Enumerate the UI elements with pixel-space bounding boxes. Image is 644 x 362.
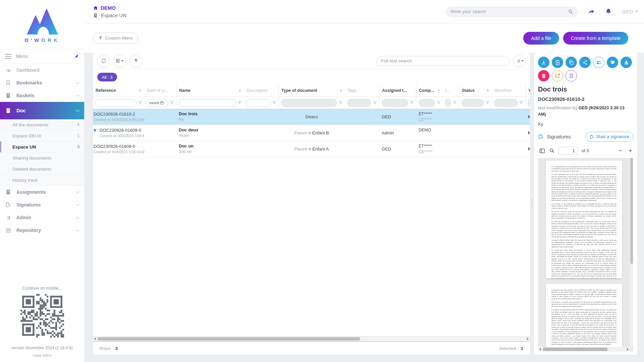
favorite-button[interactable] (607, 57, 618, 68)
global-search-input[interactable] (450, 9, 568, 14)
funnel-icon[interactable] (410, 101, 414, 105)
pdf-vertical-scrollbar[interactable] (630, 158, 633, 347)
scroll-left-icon[interactable] (94, 338, 96, 340)
scroll-left-icon[interactable] (539, 348, 541, 351)
funnel-icon[interactable] (486, 101, 489, 105)
refresh-button[interactable] (97, 55, 110, 67)
scroll-right-icon[interactable] (527, 338, 529, 340)
funnel-icon[interactable] (170, 101, 174, 105)
funnel-icon[interactable] (272, 101, 276, 105)
filter-type-select[interactable] (281, 99, 337, 107)
funnel-icon[interactable] (437, 101, 440, 105)
filter-company-select[interactable] (419, 99, 435, 107)
column-header-type[interactable]: Type of document (278, 84, 345, 97)
create-template-button[interactable]: Create from a template (563, 32, 628, 45)
search-icon[interactable] (568, 9, 573, 14)
sidebar-item-admin[interactable]: Admin (0, 211, 84, 224)
add-file-button[interactable]: Add a file (523, 32, 559, 45)
column-header-reference[interactable]: Reference (93, 84, 144, 97)
pdf-sidebar-toggle-icon[interactable] (539, 148, 545, 154)
fulltext-search-input[interactable] (381, 58, 504, 63)
table-row[interactable]: w DOC230926-01609-0 Created on 9/26/2023… (93, 125, 530, 141)
filter-reference-input[interactable] (95, 99, 137, 107)
share-button[interactable] (579, 57, 591, 68)
pin-sidebar-icon[interactable] (74, 54, 79, 59)
column-header-company[interactable]: Comp... (416, 84, 443, 97)
column-header-workflow[interactable]: Workflow (492, 84, 525, 97)
zoom-out-button[interactable]: − (619, 147, 622, 154)
menu-toggle[interactable]: Menu (0, 49, 84, 64)
chevron-right-icon[interactable] (340, 89, 342, 92)
panel-resize-handle[interactable] (530, 53, 534, 355)
column-header-status[interactable]: Status (459, 84, 492, 97)
sidebar-item-doc[interactable]: Doc (0, 102, 84, 119)
assign-users-button[interactable] (593, 57, 604, 68)
column-header-description[interactable]: Description (244, 84, 278, 97)
funnel-icon[interactable] (339, 101, 342, 105)
pdf-page-input[interactable] (558, 147, 578, 155)
download-button[interactable] (538, 57, 549, 68)
filter-name-input[interactable] (179, 99, 236, 107)
sidebar-item-signatures[interactable]: Signatures (0, 198, 84, 211)
sidebar-subitem-espace-deux[interactable]: Espace DEUX 1 (0, 130, 84, 141)
sidebar-subitem-history-track[interactable]: History track (0, 175, 84, 186)
column-header-assigned[interactable]: Assigned t... (379, 84, 416, 97)
chevron-right-icon[interactable] (438, 89, 440, 92)
filter-y-select[interactable] (528, 99, 530, 107)
custom-filters-button[interactable]: Custom filters (93, 33, 138, 44)
scrollbar-thumb[interactable] (630, 158, 633, 264)
filter-date-input[interactable]: mm/d (147, 99, 168, 107)
chevron-right-icon[interactable] (487, 89, 489, 92)
sidebar-subitem-all-documents[interactable]: All the documents 4 (0, 119, 84, 130)
filter-status-select[interactable] (462, 99, 484, 107)
funnel-icon[interactable] (519, 101, 523, 105)
filter-button[interactable] (129, 55, 142, 67)
chevron-right-icon[interactable] (140, 89, 142, 92)
stamp-button[interactable] (621, 57, 632, 68)
pdf-search-icon[interactable] (549, 148, 555, 154)
filter-workflow-select[interactable] (494, 99, 518, 107)
scrollbar-thumb[interactable] (98, 337, 360, 341)
user-menu[interactable]: GED (622, 9, 638, 14)
table-settings-button[interactable] (514, 55, 526, 67)
chevron-right-icon[interactable] (239, 89, 241, 92)
delete-button[interactable] (538, 70, 549, 81)
sidebar-item-assignments[interactable]: Assignments (0, 186, 84, 198)
tab-all[interactable]: All : 3 (97, 73, 117, 81)
sidebar-subitem-deleted-documents[interactable]: Deleted documents (0, 164, 84, 175)
open-external-button[interactable] (552, 70, 563, 81)
sidebar-subitem-sharing-documents[interactable]: Sharing documents (0, 153, 84, 164)
columns-button[interactable] (113, 55, 126, 67)
sidebar-subitem-espace-un[interactable]: Espace UN 3 (0, 141, 84, 153)
share-forward-icon[interactable] (588, 8, 595, 15)
filter-tags-select[interactable] (347, 99, 371, 107)
funnel-icon[interactable] (373, 101, 377, 105)
table-row[interactable]: DOC230926-01610-2 Created on 9/26/2023 3… (93, 109, 530, 125)
filter-description-input[interactable] (246, 99, 271, 107)
legal-notice-link[interactable]: Legal notice (33, 353, 52, 357)
column-header-i[interactable]: I... (443, 84, 459, 97)
table-horizontal-scrollbar[interactable] (93, 336, 530, 342)
pdf-horizontal-scrollbar[interactable] (538, 347, 630, 352)
column-header-name[interactable]: Name (176, 84, 244, 97)
column-header-y[interactable]: Y... (525, 84, 530, 97)
funnel-icon[interactable] (138, 101, 142, 105)
filter-assigned-select[interactable] (382, 99, 408, 107)
filter-i-select[interactable] (445, 99, 451, 107)
table-row[interactable]: DOC230926-01608-0 Created on 9/26/2023 3… (93, 141, 530, 157)
start-signature-button[interactable]: Start a signature (586, 132, 633, 142)
document-properties-button[interactable] (566, 70, 577, 81)
sidebar-item-dashboard[interactable]: Dashboard (0, 64, 84, 76)
export-file-button[interactable] (552, 57, 563, 68)
column-header-date[interactable]: Date of cr... (144, 84, 176, 97)
app-home[interactable]: DEMO (93, 5, 126, 11)
sidebar-item-bookmarks[interactable]: Bookmarks (0, 76, 84, 89)
column-header-tags[interactable]: Tags (345, 84, 379, 97)
funnel-icon[interactable] (238, 101, 241, 105)
sidebar-item-baskets[interactable]: Baskets (0, 89, 84, 102)
zoom-in-button[interactable]: + (629, 147, 632, 154)
scrollbar-thumb[interactable] (543, 348, 607, 351)
bell-icon[interactable] (605, 8, 612, 15)
sidebar-item-repository[interactable]: Repository (0, 224, 84, 237)
copy-button[interactable] (566, 57, 577, 68)
